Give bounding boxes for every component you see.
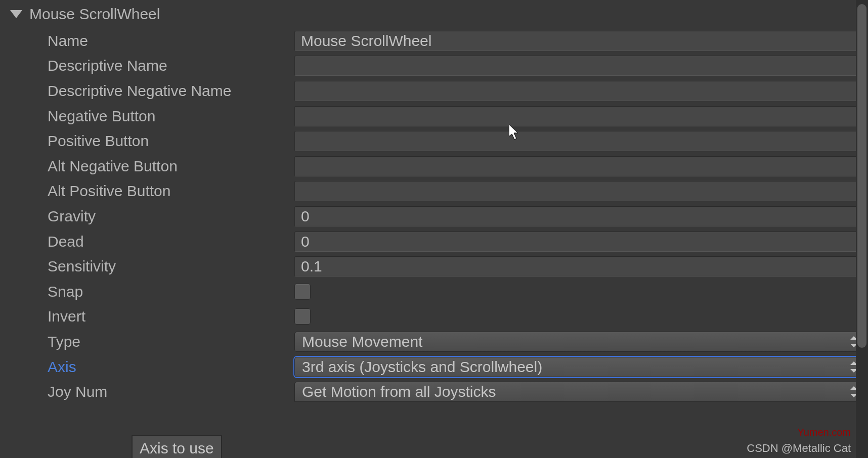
foldout-triangle-icon[interactable] <box>10 10 22 18</box>
input-alt-negative-button[interactable] <box>294 156 863 176</box>
input-name[interactable] <box>294 31 863 51</box>
row-negative-button: Negative Button <box>48 104 863 129</box>
label-type: Type <box>48 333 290 350</box>
label-joy-num: Joy Num <box>48 383 290 400</box>
label-name: Name <box>48 32 290 50</box>
dropdown-joy-num-value: Get Motion from all Joysticks <box>302 383 496 400</box>
row-axis: Axis 3rd axis (Joysticks and Scrollwheel… <box>48 354 863 380</box>
dropdown-type[interactable]: Mouse Movement <box>294 332 863 352</box>
label-sensitivity: Sensitivity <box>48 258 290 275</box>
label-negative-button: Negative Button <box>48 108 290 125</box>
input-gravity[interactable] <box>294 206 863 226</box>
input-dead[interactable] <box>294 232 863 252</box>
label-alt-negative-button: Alt Negative Button <box>48 158 290 175</box>
row-snap: Snap <box>48 279 863 304</box>
input-descriptive-name[interactable] <box>294 56 863 76</box>
scrollbar-thumb[interactable] <box>857 4 866 348</box>
checkbox-invert[interactable] <box>294 308 311 325</box>
dropdown-joy-num[interactable]: Get Motion from all Joysticks <box>294 382 863 402</box>
row-type: Type Mouse Movement <box>48 329 863 354</box>
row-alt-positive-button: Alt Positive Button <box>48 179 863 204</box>
section-title: Mouse ScrollWheel <box>29 6 160 23</box>
label-alt-positive-button: Alt Positive Button <box>48 182 290 200</box>
row-descriptive-name: Descriptive Name <box>48 54 863 79</box>
dropdown-type-value: Mouse Movement <box>302 333 422 350</box>
label-descriptive-name: Descriptive Name <box>48 57 290 74</box>
input-negative-button[interactable] <box>294 106 863 126</box>
row-positive-button: Positive Button <box>48 128 863 154</box>
watermark-bottom: CSDN @Metallic Cat <box>747 442 851 455</box>
row-invert: Invert <box>48 304 863 330</box>
tooltip: Axis to use <box>132 435 222 458</box>
scrollbar-track[interactable] <box>856 0 868 458</box>
label-descriptive-negative-name: Descriptive Negative Name <box>48 82 290 100</box>
dropdown-axis-value: 3rd axis (Joysticks and Scrollwheel) <box>302 358 542 376</box>
input-positive-button[interactable] <box>294 131 863 151</box>
label-axis: Axis <box>48 358 290 376</box>
row-gravity: Gravity <box>48 204 863 229</box>
section-header[interactable]: Mouse ScrollWheel <box>5 3 863 25</box>
inspector-panel: Mouse ScrollWheel Name Descriptive Name … <box>0 0 868 404</box>
label-positive-button: Positive Button <box>48 132 290 150</box>
row-alt-negative-button: Alt Negative Button <box>48 154 863 179</box>
row-joy-num: Joy Num Get Motion from all Joysticks <box>48 379 863 404</box>
label-snap: Snap <box>48 283 290 300</box>
input-alt-positive-button[interactable] <box>294 181 863 201</box>
row-sensitivity: Sensitivity <box>48 254 863 279</box>
label-invert: Invert <box>48 308 290 325</box>
tooltip-text: Axis to use <box>140 440 214 456</box>
row-name: Name <box>48 28 863 54</box>
label-dead: Dead <box>48 233 290 250</box>
dropdown-axis[interactable]: 3rd axis (Joysticks and Scrollwheel) <box>294 357 863 377</box>
property-rows: Name Descriptive Name Descriptive Negati… <box>5 25 863 404</box>
label-gravity: Gravity <box>48 208 290 225</box>
row-dead: Dead <box>48 229 863 254</box>
row-descriptive-negative-name: Descriptive Negative Name <box>48 78 863 104</box>
input-sensitivity[interactable] <box>294 256 863 277</box>
watermark-top: Yumen.com <box>797 427 851 438</box>
input-descriptive-negative-name[interactable] <box>294 81 863 101</box>
checkbox-snap[interactable] <box>294 284 311 300</box>
